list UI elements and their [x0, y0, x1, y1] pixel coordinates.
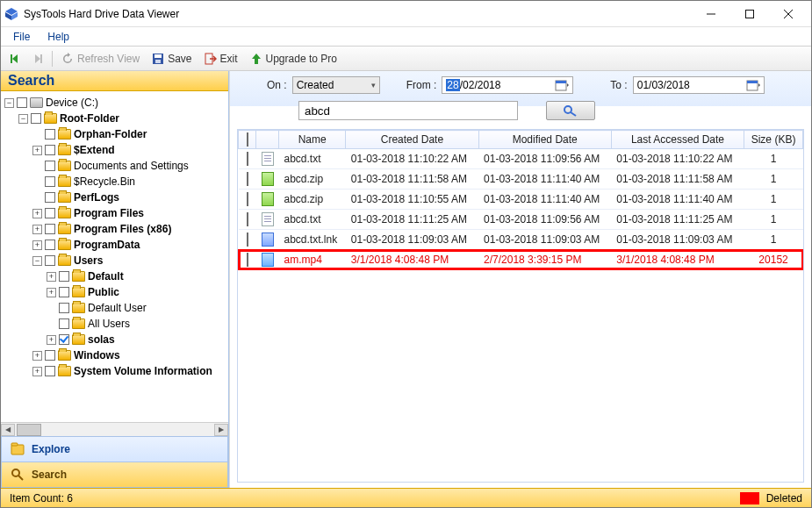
checkbox[interactable]: [45, 240, 55, 250]
header-accessed[interactable]: Last Accessed Date: [611, 131, 744, 149]
checkbox[interactable]: [31, 113, 41, 124]
checkbox[interactable]: [59, 287, 69, 297]
checkbox[interactable]: [45, 255, 55, 266]
expander-icon[interactable]: −: [18, 114, 28, 124]
on-combo[interactable]: Created ▾: [292, 76, 380, 94]
tree-node[interactable]: All Users: [47, 316, 226, 332]
tree-node[interactable]: Documents and Settings: [32, 158, 226, 174]
calendar-icon[interactable]: [746, 78, 760, 92]
table-row[interactable]: abcd.zip01-03-2018 11:11:58 AM01-03-2018…: [239, 169, 803, 190]
checkbox[interactable]: [45, 208, 55, 218]
checkbox[interactable]: [45, 350, 55, 361]
search-input[interactable]: [298, 101, 518, 120]
tab-explore[interactable]: Explore: [1, 437, 228, 462]
table-row[interactable]: abcd.zip01-03-2018 11:10:55 AM01-03-2018…: [239, 190, 803, 210]
tree-node[interactable]: Default User: [47, 300, 226, 316]
checkbox[interactable]: [59, 271, 69, 282]
header-checkbox[interactable]: [239, 131, 256, 149]
tree-node-users[interactable]: −Users: [32, 253, 226, 268]
tree-node[interactable]: PerfLogs: [32, 190, 226, 205]
scroll-left-icon[interactable]: ◀: [1, 424, 15, 436]
checkbox[interactable]: [17, 97, 27, 108]
maximize-button[interactable]: [730, 2, 769, 26]
checkbox[interactable]: [59, 318, 69, 329]
expander-icon[interactable]: +: [47, 272, 56, 282]
expander-icon[interactable]: +: [47, 288, 56, 297]
exit-button[interactable]: Exit: [201, 51, 241, 67]
row-checkbox[interactable]: [247, 253, 248, 267]
header-created[interactable]: Created Date: [346, 131, 478, 149]
expander-icon[interactable]: +: [32, 240, 42, 250]
tree-node[interactable]: $Recycle.Bin: [32, 174, 226, 190]
expander-icon[interactable]: +: [32, 367, 42, 376]
tab-search[interactable]: Search: [1, 462, 228, 488]
table-row[interactable]: abcd.txt01-03-2018 11:11:25 AM01-03-2018…: [239, 210, 803, 230]
tree-hscrollbar[interactable]: ◀ ▶: [1, 422, 228, 436]
svg-rect-12: [154, 54, 162, 58]
table-row[interactable]: abcd.txt.lnk01-03-2018 11:09:03 AM01-03-…: [239, 230, 803, 250]
checkbox[interactable]: [45, 176, 55, 187]
folder-icon: [58, 208, 71, 218]
save-button[interactable]: Save: [148, 51, 195, 67]
folder-icon: [58, 240, 71, 250]
menu-file[interactable]: File: [4, 29, 39, 45]
tree-node[interactable]: +solas: [47, 332, 226, 347]
to-date-input[interactable]: 01/03/2018: [633, 76, 765, 94]
tree-node[interactable]: +ProgramData: [32, 237, 226, 253]
checkbox[interactable]: [45, 129, 55, 140]
header-size[interactable]: Size (KB): [744, 131, 803, 149]
expander-icon[interactable]: −: [32, 256, 42, 266]
tree-node[interactable]: +Default: [47, 268, 226, 284]
nav-back-button[interactable]: [6, 52, 24, 66]
tree-node[interactable]: +System Volume Information: [32, 363, 226, 379]
checkbox[interactable]: [45, 145, 55, 155]
row-checkbox[interactable]: [247, 152, 248, 166]
from-date-input[interactable]: 28/02/2018: [442, 76, 573, 94]
scroll-right-icon[interactable]: ▶: [214, 424, 228, 436]
row-checkbox[interactable]: [247, 212, 248, 226]
results-table[interactable]: Name Created Date Modified Date Last Acc…: [237, 129, 804, 483]
checkbox[interactable]: [45, 161, 55, 171]
checkbox[interactable]: [59, 334, 69, 345]
table-row[interactable]: abcd.txt01-03-2018 11:10:22 AM01-03-2018…: [239, 149, 803, 169]
search-button[interactable]: [546, 101, 595, 120]
checkbox[interactable]: [45, 224, 55, 234]
tree-node[interactable]: +$Extend: [32, 142, 226, 158]
calendar-icon[interactable]: [555, 78, 569, 92]
scroll-thumb[interactable]: [17, 424, 41, 436]
cell-size: 1: [744, 210, 803, 230]
row-checkbox[interactable]: [247, 172, 248, 186]
checkbox[interactable]: [59, 303, 69, 313]
tree-node[interactable]: Orphan-Folder: [32, 126, 226, 142]
tree-node[interactable]: +Windows: [32, 347, 226, 363]
header-name[interactable]: Name: [279, 131, 346, 149]
table-row[interactable]: am.mp43/1/2018 4:08:48 PM2/7/2018 3:39:1…: [239, 250, 803, 270]
tree-node-device[interactable]: − Device (C:): [4, 95, 226, 111]
row-checkbox[interactable]: [247, 233, 248, 247]
close-button[interactable]: [769, 2, 808, 26]
expander-icon[interactable]: +: [32, 351, 42, 361]
upgrade-button[interactable]: Upgrade to Pro: [247, 51, 341, 67]
tree-label: Windows: [74, 347, 120, 363]
checkbox[interactable]: [45, 366, 55, 376]
tree-view[interactable]: − Device (C:) − Root-Fol: [1, 91, 228, 422]
expander-icon[interactable]: +: [32, 146, 42, 155]
left-header: Search: [1, 71, 228, 91]
nav-forward-button[interactable]: [29, 52, 47, 66]
tree-node[interactable]: +Program Files (x86): [32, 221, 226, 237]
header-modified[interactable]: Modified Date: [478, 131, 611, 149]
expander-icon[interactable]: +: [32, 225, 42, 234]
menu-help[interactable]: Help: [39, 29, 78, 45]
checkbox[interactable]: [45, 192, 55, 203]
tree-node[interactable]: +Public: [47, 284, 226, 300]
expander-icon[interactable]: −: [4, 98, 14, 108]
expander-icon[interactable]: +: [47, 335, 56, 345]
expander-icon[interactable]: +: [32, 209, 42, 218]
header-icon: [256, 131, 279, 149]
explore-icon: [11, 442, 25, 456]
tree-node[interactable]: +Program Files: [32, 205, 226, 221]
minimize-button[interactable]: [692, 2, 730, 26]
row-checkbox[interactable]: [247, 192, 248, 206]
tree-node-root-folder[interactable]: − Root-Folder: [18, 111, 226, 126]
refresh-button[interactable]: Refresh View: [58, 51, 143, 67]
